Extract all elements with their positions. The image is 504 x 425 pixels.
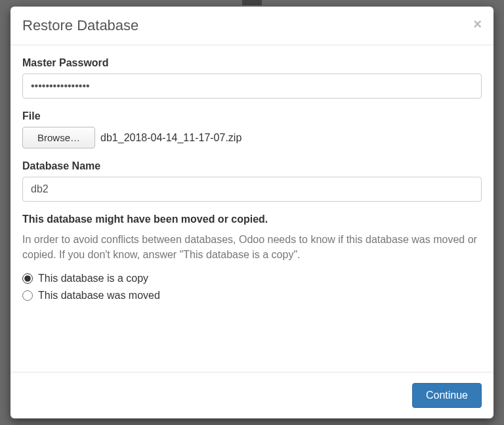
move-copy-help: In order to avoid conflicts between data… [22, 232, 482, 262]
master-password-label: Master Password [22, 57, 482, 69]
restore-database-modal: Restore Database × Master Password File … [10, 7, 494, 418]
radio-copy-label[interactable]: This database is a copy [38, 273, 148, 284]
database-name-group: Database Name [22, 160, 482, 202]
radio-copy-row: This database is a copy [22, 273, 482, 284]
move-copy-heading: This database might have been moved or c… [22, 213, 482, 225]
database-name-input[interactable] [22, 177, 482, 202]
file-group: File Browse… db1_2018-04-14_11-17-07.zip [22, 110, 482, 148]
browse-button[interactable]: Browse… [22, 127, 95, 148]
continue-button[interactable]: Continue [412, 383, 482, 408]
modal-footer: Continue [10, 372, 494, 418]
database-name-label: Database Name [22, 160, 482, 172]
radio-moved-label[interactable]: This database was moved [38, 290, 160, 302]
move-copy-section: This database might have been moved or c… [22, 213, 482, 302]
master-password-group: Master Password [22, 57, 482, 99]
selected-filename: db1_2018-04-14_11-17-07.zip [100, 132, 242, 144]
radio-copy[interactable] [22, 273, 33, 284]
radio-moved[interactable] [22, 290, 33, 301]
modal-header: Restore Database × [10, 7, 494, 45]
window-notch [242, 0, 262, 5]
modal-body: Master Password File Browse… db1_2018-04… [10, 45, 494, 372]
radio-moved-row: This database was moved [22, 290, 482, 302]
modal-title: Restore Database [22, 17, 138, 34]
master-password-input[interactable] [22, 74, 482, 99]
file-label: File [22, 110, 482, 122]
close-button[interactable]: × [473, 17, 482, 32]
